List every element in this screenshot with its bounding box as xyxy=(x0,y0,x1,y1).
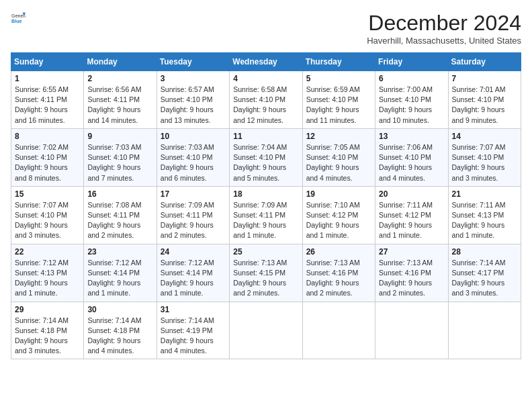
day-number: 15 xyxy=(15,189,80,199)
calendar-cell xyxy=(230,302,302,359)
day-number: 1 xyxy=(15,74,80,83)
day-info: Sunrise: 7:14 AM Sunset: 4:17 PM Dayligh… xyxy=(452,258,517,299)
month-title: December 2024 xyxy=(367,11,521,36)
day-info: Sunrise: 7:07 AM Sunset: 4:10 PM Dayligh… xyxy=(15,200,80,241)
day-info: Sunrise: 7:04 AM Sunset: 4:10 PM Dayligh… xyxy=(233,142,298,183)
day-info: Sunrise: 6:58 AM Sunset: 4:10 PM Dayligh… xyxy=(233,85,298,126)
day-number: 6 xyxy=(379,74,444,83)
day-info: Sunrise: 7:13 AM Sunset: 4:16 PM Dayligh… xyxy=(306,258,371,299)
day-number: 30 xyxy=(87,305,152,314)
calendar-cell: 20 Sunrise: 7:11 AM Sunset: 4:12 PM Dayl… xyxy=(375,186,448,244)
day-info: Sunrise: 7:00 AM Sunset: 4:10 PM Dayligh… xyxy=(379,85,444,126)
day-info: Sunrise: 7:12 AM Sunset: 4:14 PM Dayligh… xyxy=(87,258,152,299)
calendar-cell: 17 Sunrise: 7:09 AM Sunset: 4:11 PM Dayl… xyxy=(157,186,229,244)
calendar-cell: 4 Sunrise: 6:58 AM Sunset: 4:10 PM Dayli… xyxy=(230,71,302,129)
day-number: 14 xyxy=(452,132,517,141)
week-row-1: 1 Sunrise: 6:55 AM Sunset: 4:11 PM Dayli… xyxy=(11,71,521,129)
calendar-cell xyxy=(448,302,521,359)
calendar-cell: 11 Sunrise: 7:04 AM Sunset: 4:10 PM Dayl… xyxy=(230,128,302,186)
calendar-cell: 9 Sunrise: 7:03 AM Sunset: 4:10 PM Dayli… xyxy=(84,128,157,186)
calendar-cell: 22 Sunrise: 7:12 AM Sunset: 4:13 PM Dayl… xyxy=(11,244,84,302)
logo: General Blue xyxy=(11,11,26,26)
day-number: 26 xyxy=(306,247,371,257)
calendar-cell: 8 Sunrise: 7:02 AM Sunset: 4:10 PM Dayli… xyxy=(11,128,84,186)
calendar-cell: 29 Sunrise: 7:14 AM Sunset: 4:18 PM Dayl… xyxy=(11,302,84,359)
day-info: Sunrise: 6:56 AM Sunset: 4:11 PM Dayligh… xyxy=(87,85,152,126)
weekday-header-tuesday: Tuesday xyxy=(157,53,229,71)
day-info: Sunrise: 6:57 AM Sunset: 4:10 PM Dayligh… xyxy=(161,85,226,126)
day-info: Sunrise: 7:13 AM Sunset: 4:16 PM Dayligh… xyxy=(379,258,444,299)
calendar-cell: 18 Sunrise: 7:09 AM Sunset: 4:11 PM Dayl… xyxy=(230,186,302,244)
day-number: 19 xyxy=(306,189,371,199)
day-number: 16 xyxy=(87,189,152,199)
calendar-table: SundayMondayTuesdayWednesdayThursdayFrid… xyxy=(11,52,521,359)
weekday-header-saturday: Saturday xyxy=(448,53,521,71)
day-number: 3 xyxy=(161,74,226,83)
calendar-cell: 13 Sunrise: 7:06 AM Sunset: 4:10 PM Dayl… xyxy=(375,128,448,186)
day-info: Sunrise: 7:03 AM Sunset: 4:10 PM Dayligh… xyxy=(87,142,152,183)
calendar-cell xyxy=(302,302,375,359)
day-number: 17 xyxy=(161,189,226,199)
day-info: Sunrise: 7:11 AM Sunset: 4:13 PM Dayligh… xyxy=(452,200,517,241)
calendar-cell: 15 Sunrise: 7:07 AM Sunset: 4:10 PM Dayl… xyxy=(11,186,84,244)
calendar-cell: 6 Sunrise: 7:00 AM Sunset: 4:10 PM Dayli… xyxy=(375,71,448,129)
week-row-3: 15 Sunrise: 7:07 AM Sunset: 4:10 PM Dayl… xyxy=(11,186,521,244)
calendar-cell: 23 Sunrise: 7:12 AM Sunset: 4:14 PM Dayl… xyxy=(84,244,157,302)
week-row-5: 29 Sunrise: 7:14 AM Sunset: 4:18 PM Dayl… xyxy=(11,302,521,359)
location-title: Haverhill, Massachusetts, United States xyxy=(367,36,521,46)
day-info: Sunrise: 7:12 AM Sunset: 4:14 PM Dayligh… xyxy=(161,258,226,299)
calendar-cell: 16 Sunrise: 7:08 AM Sunset: 4:11 PM Dayl… xyxy=(84,186,157,244)
calendar-cell: 24 Sunrise: 7:12 AM Sunset: 4:14 PM Dayl… xyxy=(157,244,229,302)
day-info: Sunrise: 7:14 AM Sunset: 4:19 PM Dayligh… xyxy=(161,316,226,357)
day-info: Sunrise: 7:05 AM Sunset: 4:10 PM Dayligh… xyxy=(306,142,371,183)
day-number: 5 xyxy=(306,74,371,83)
calendar-cell: 14 Sunrise: 7:07 AM Sunset: 4:10 PM Dayl… xyxy=(448,128,521,186)
calendar-cell: 19 Sunrise: 7:10 AM Sunset: 4:12 PM Dayl… xyxy=(302,186,375,244)
logo-icon: General Blue xyxy=(11,11,26,26)
calendar-cell: 30 Sunrise: 7:14 AM Sunset: 4:18 PM Dayl… xyxy=(84,302,157,359)
day-number: 27 xyxy=(379,247,444,257)
day-number: 13 xyxy=(379,132,444,141)
day-number: 18 xyxy=(233,189,298,199)
day-number: 7 xyxy=(452,74,517,83)
day-info: Sunrise: 7:10 AM Sunset: 4:12 PM Dayligh… xyxy=(306,200,371,241)
day-info: Sunrise: 7:09 AM Sunset: 4:11 PM Dayligh… xyxy=(161,200,226,241)
day-number: 4 xyxy=(233,74,298,83)
calendar-cell xyxy=(375,302,448,359)
day-number: 8 xyxy=(15,132,80,141)
day-info: Sunrise: 7:14 AM Sunset: 4:18 PM Dayligh… xyxy=(15,316,80,357)
calendar-cell: 5 Sunrise: 6:59 AM Sunset: 4:10 PM Dayli… xyxy=(302,71,375,129)
weekday-header-wednesday: Wednesday xyxy=(230,53,302,71)
day-info: Sunrise: 7:09 AM Sunset: 4:11 PM Dayligh… xyxy=(233,200,298,241)
weekday-header-monday: Monday xyxy=(84,53,157,71)
weekday-header-row: SundayMondayTuesdayWednesdayThursdayFrid… xyxy=(11,53,521,71)
day-number: 23 xyxy=(87,247,152,257)
day-number: 12 xyxy=(306,132,371,141)
calendar-cell: 21 Sunrise: 7:11 AM Sunset: 4:13 PM Dayl… xyxy=(448,186,521,244)
calendar-cell: 12 Sunrise: 7:05 AM Sunset: 4:10 PM Dayl… xyxy=(302,128,375,186)
day-number: 29 xyxy=(15,305,80,314)
title-area: December 2024 Haverhill, Massachusetts, … xyxy=(367,11,521,46)
day-info: Sunrise: 7:02 AM Sunset: 4:10 PM Dayligh… xyxy=(15,142,80,183)
day-info: Sunrise: 7:07 AM Sunset: 4:10 PM Dayligh… xyxy=(452,142,517,183)
day-info: Sunrise: 7:12 AM Sunset: 4:13 PM Dayligh… xyxy=(15,258,80,299)
weekday-header-thursday: Thursday xyxy=(302,53,375,71)
calendar-cell: 31 Sunrise: 7:14 AM Sunset: 4:19 PM Dayl… xyxy=(157,302,229,359)
day-info: Sunrise: 7:06 AM Sunset: 4:10 PM Dayligh… xyxy=(379,142,444,183)
day-number: 11 xyxy=(233,132,298,141)
day-number: 9 xyxy=(87,132,152,141)
day-info: Sunrise: 7:11 AM Sunset: 4:12 PM Dayligh… xyxy=(379,200,444,241)
day-info: Sunrise: 6:55 AM Sunset: 4:11 PM Dayligh… xyxy=(15,85,80,126)
calendar-cell: 10 Sunrise: 7:03 AM Sunset: 4:10 PM Dayl… xyxy=(157,128,229,186)
day-info: Sunrise: 7:03 AM Sunset: 4:10 PM Dayligh… xyxy=(161,142,226,183)
day-number: 24 xyxy=(161,247,226,257)
week-row-4: 22 Sunrise: 7:12 AM Sunset: 4:13 PM Dayl… xyxy=(11,244,521,302)
day-number: 2 xyxy=(87,74,152,83)
svg-text:Blue: Blue xyxy=(11,19,22,24)
day-number: 20 xyxy=(379,189,444,199)
calendar-cell: 28 Sunrise: 7:14 AM Sunset: 4:17 PM Dayl… xyxy=(448,244,521,302)
day-number: 25 xyxy=(233,247,298,257)
header: General Blue December 2024 Haverhill, Ma… xyxy=(11,11,521,46)
week-row-2: 8 Sunrise: 7:02 AM Sunset: 4:10 PM Dayli… xyxy=(11,128,521,186)
day-info: Sunrise: 7:01 AM Sunset: 4:10 PM Dayligh… xyxy=(452,85,517,126)
